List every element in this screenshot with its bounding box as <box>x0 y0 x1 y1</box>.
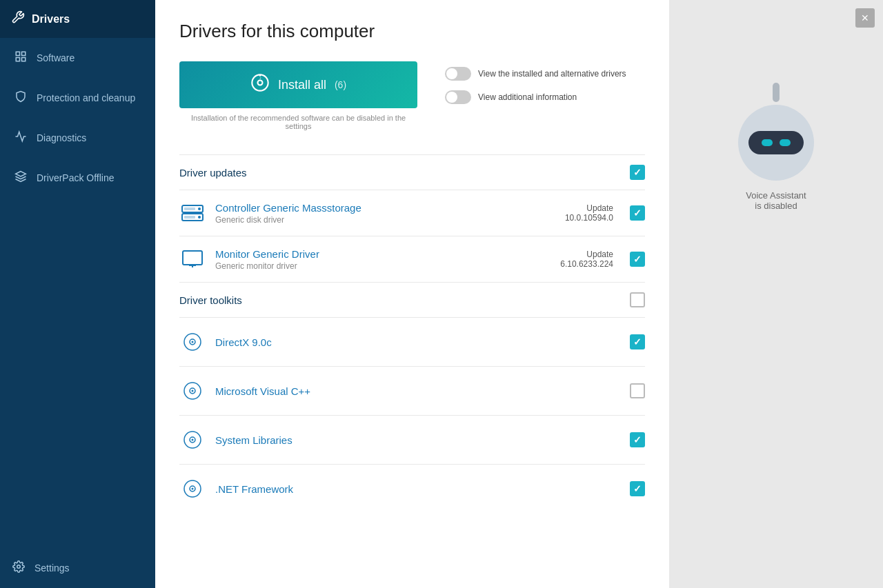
install-all-button[interactable]: Install all (6) <box>179 61 417 108</box>
settings-icon <box>11 560 26 576</box>
driver-monitor-sub: Generic monitor driver <box>215 261 550 271</box>
driver-toolkits-section: Driver toolkits DirectX 9.0c ✓ <box>179 282 645 513</box>
robot-antenna <box>773 83 780 102</box>
svg-rect-1 <box>22 52 26 55</box>
svg-point-7 <box>257 80 262 85</box>
install-all-label: Install all <box>278 78 326 92</box>
svg-rect-11 <box>184 207 195 210</box>
toolkit-dotnet-checkbox[interactable]: ✓ <box>630 481 645 496</box>
driver-row-controller: Controller Generic Massstorage Generic d… <box>179 190 645 236</box>
toggle-row-2: View additional information <box>445 90 626 104</box>
software-icon <box>13 50 28 65</box>
toolkit-row-vcpp: Microsoft Visual C++ <box>179 366 645 415</box>
driver-monitor-version: Update 6.10.6233.224 <box>560 250 613 269</box>
sidebar-item-protection[interactable]: Protection and cleanup <box>0 78 155 118</box>
toolkit-row-dotnet: .NET Framework ✓ <box>179 464 645 513</box>
voice-assistant-widget: Voice Assistant is disabled <box>738 83 814 211</box>
toggle-installed-drivers[interactable] <box>445 67 471 81</box>
svg-rect-3 <box>22 58 26 61</box>
install-btn-wrap: Install all (6) Installation of the reco… <box>179 61 417 130</box>
driver-controller-sub: Generic disk driver <box>215 215 555 225</box>
install-note: Installation of the recommended software… <box>179 114 417 130</box>
toggle-row-1: View the installed and alternative drive… <box>445 67 626 81</box>
driver-toolkits-checkbox[interactable] <box>630 292 645 307</box>
svg-point-14 <box>198 216 201 219</box>
toggle-installed-label: View the installed and alternative drive… <box>478 69 626 79</box>
driver-monitor-checkbox[interactable]: ✓ <box>630 252 645 267</box>
storage-icon <box>179 200 206 226</box>
sidebar-item-settings[interactable]: Settings <box>0 548 155 588</box>
sidebar-label-diagnostics: Diagnostics <box>37 132 86 143</box>
sidebar: Drivers Software Protection and cleanup … <box>0 0 155 588</box>
driver-monitor-name: Monitor Generic Driver <box>215 248 550 260</box>
toolkit-row-syslib: System Libraries ✓ <box>179 415 645 464</box>
sidebar-label-driverpack: DriverPack Offline <box>37 172 115 183</box>
toolkit-syslib-name: System Libraries <box>215 434 620 446</box>
sidebar-header: Drivers <box>0 0 155 38</box>
main-content: Drivers for this computer Install all (6… <box>155 0 669 588</box>
driver-toolkits-title: Driver toolkits <box>179 294 242 306</box>
layers-icon <box>13 170 28 185</box>
driver-controller-checkbox[interactable]: ✓ <box>630 205 645 221</box>
driver-updates-section: Driver updates ✓ Controller Generic Mass… <box>179 154 645 282</box>
svg-rect-2 <box>16 58 19 61</box>
install-section: Install all (6) Installation of the reco… <box>179 61 645 130</box>
toolkit-directx-checkbox[interactable]: ✓ <box>630 334 645 349</box>
cd-icon-dotnet <box>179 476 206 502</box>
driver-row-monitor: Monitor Generic Driver Generic monitor d… <box>179 236 645 282</box>
sidebar-item-diagnostics[interactable]: Diagnostics <box>0 118 155 158</box>
right-panel: ✕ Voice Assistant is disabled <box>669 0 883 588</box>
toggle-additional-info[interactable] <box>445 90 471 104</box>
sidebar-label-software: Software <box>37 52 75 63</box>
svg-point-23 <box>192 390 194 392</box>
svg-marker-4 <box>16 172 26 177</box>
close-button[interactable]: ✕ <box>855 8 875 28</box>
assistant-label: Voice Assistant is disabled <box>746 190 806 211</box>
svg-point-29 <box>192 488 194 490</box>
page-title: Drivers for this computer <box>179 21 645 42</box>
robot-eye-left <box>762 139 773 146</box>
svg-point-5 <box>17 565 21 569</box>
svg-point-6 <box>252 74 268 90</box>
toolkit-syslib-checkbox[interactable]: ✓ <box>630 432 645 447</box>
shield-icon <box>13 90 28 105</box>
cd-icon-syslib <box>179 427 206 453</box>
cd-icon-vcpp <box>179 378 206 404</box>
sidebar-item-driverpack[interactable]: DriverPack Offline <box>0 158 155 198</box>
toolkit-dotnet-name: .NET Framework <box>215 483 620 495</box>
driver-toolkits-header: Driver toolkits <box>179 282 645 317</box>
svg-rect-0 <box>16 52 19 55</box>
robot-eye-right <box>780 139 791 146</box>
driver-updates-checkbox[interactable]: ✓ <box>630 165 645 180</box>
sidebar-settings-label: Settings <box>34 562 70 574</box>
robot-face <box>748 131 804 154</box>
toolkit-row-directx: DirectX 9.0c ✓ <box>179 317 645 366</box>
pulse-icon <box>13 130 28 145</box>
sidebar-item-software[interactable]: Software <box>0 38 155 78</box>
install-icon <box>250 73 270 97</box>
toggle-additional-label: View additional information <box>478 92 577 102</box>
toggles-section: View the installed and alternative drive… <box>445 67 626 104</box>
toolkit-vcpp-name: Microsoft Visual C++ <box>215 385 620 397</box>
toolkit-vcpp-checkbox[interactable] <box>630 383 645 398</box>
drivers-header-icon <box>11 10 25 28</box>
driver-controller-name: Controller Generic Massstorage <box>215 202 555 214</box>
robot-head <box>738 105 814 181</box>
svg-rect-12 <box>184 216 195 219</box>
svg-point-20 <box>192 341 194 343</box>
cd-icon-directx <box>179 329 206 355</box>
svg-point-13 <box>198 207 201 210</box>
driver-updates-title: Driver updates <box>179 167 247 179</box>
install-count-label: (6) <box>335 79 346 90</box>
driver-updates-header: Driver updates ✓ <box>179 154 645 190</box>
svg-rect-15 <box>183 251 202 265</box>
driver-controller-version: Update 10.0.10594.0 <box>565 203 613 223</box>
sidebar-label-protection: Protection and cleanup <box>37 92 135 103</box>
toolkit-directx-name: DirectX 9.0c <box>215 336 620 348</box>
sidebar-title: Drivers <box>32 13 70 26</box>
svg-point-26 <box>192 439 194 441</box>
monitor-icon <box>179 246 206 272</box>
